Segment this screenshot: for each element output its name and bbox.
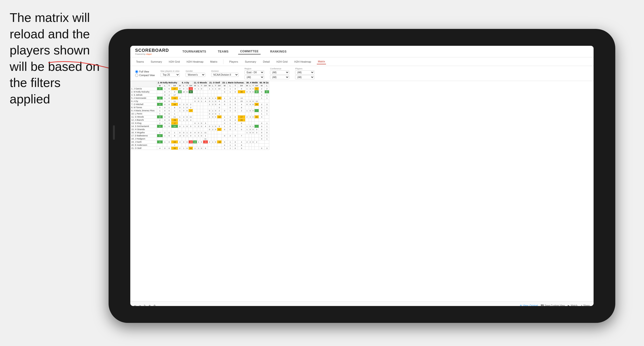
- tab-matrix[interactable]: Matrix: [209, 59, 218, 64]
- compact-view-option[interactable]: Compact View: [135, 74, 155, 77]
- table-row: 1. J Garcia 31027 301-11 410 11110 0106 …: [130, 87, 269, 90]
- tab-h2h-grid2[interactable]: H2H Grid: [276, 59, 288, 64]
- tablet-screen: SCOREBOARD Powered by clippd TOURNAMENTS…: [130, 46, 594, 306]
- col-sub-w2: W: [178, 84, 182, 87]
- compact-view-label: Compact View: [139, 74, 155, 77]
- player-name: 1. J Garcia: [130, 87, 157, 90]
- region-sub-select[interactable]: (All): [244, 75, 264, 79]
- col-sub-dif2: Dif: [188, 84, 193, 87]
- full-view-option[interactable]: Full View: [135, 70, 155, 73]
- col-sub-w7: W: [259, 84, 264, 87]
- player-name: 9. A Maria Jimenez Rios: [130, 109, 157, 112]
- col-sub-dif1: Dif: [171, 84, 178, 87]
- col-sub-dif5: Dif: [238, 84, 245, 87]
- table-row: 17. D Ballesteros 3106 -2010 1101 0207 0…: [130, 134, 269, 137]
- col-sub-w3: W: [193, 84, 197, 87]
- filters-bar: Full View Compact View Max players in vi…: [130, 66, 594, 81]
- table-row: 7. O Mitchell 30018 2202 120-4 0104 0402…: [130, 103, 269, 106]
- table-row: 5. A Nomrowski 310-11 -1 0010 01425 1001…: [130, 97, 269, 100]
- player-name: 13. N Klug: [130, 122, 157, 125]
- view-original-label: View: Original: [523, 304, 538, 306]
- bottom-toolbar: ↩ ↪ ↻ ⊕ ⚙ 👁 View: Original 💾 Save Custom…: [130, 301, 594, 306]
- top-navigation: SCOREBOARD Powered by clippd TOURNAMENTS…: [130, 46, 594, 57]
- player-name: 5. A Nomrowski: [130, 97, 157, 100]
- player-name: 6. A Dy: [130, 100, 157, 103]
- watch-icon: ▶: [568, 304, 570, 306]
- region-select[interactable]: East - DII: [244, 70, 264, 74]
- conference-sub-select[interactable]: (All): [270, 75, 289, 79]
- col-sub-l2: L: [182, 84, 186, 87]
- nav-committee[interactable]: COMMITTEE: [238, 49, 260, 54]
- matrix-table-area[interactable]: 2. M Kelly Mulcahy 6. A Dy 11. G Woods 2…: [130, 81, 594, 301]
- nav-tournaments[interactable]: TOURNAMENTS: [180, 49, 208, 54]
- max-players-select[interactable]: Top 25: [160, 73, 180, 77]
- table-row: 13. N Klug 201-2 0103 0108 01: [130, 122, 269, 125]
- share-button[interactable]: ↗ Share: [580, 304, 590, 306]
- watch-button[interactable]: ▶ Watch: [568, 304, 578, 306]
- matrix-data-table: 2. M Kelly Mulcahy 6. A Dy 11. G Woods 2…: [130, 81, 269, 150]
- eye-icon: 👁: [520, 304, 522, 306]
- tab-summary2[interactable]: Summary: [244, 59, 257, 64]
- max-players-filter: Max players in view Top 25: [160, 70, 180, 77]
- tablet-device: SCOREBOARD Powered by clippd TOURNAMENTS…: [108, 29, 615, 323]
- share-label: Share: [583, 304, 590, 306]
- save-custom-button[interactable]: 💾 Save Custom View: [541, 304, 565, 306]
- conference-select[interactable]: (All): [270, 70, 289, 74]
- watch-label: Watch: [571, 304, 578, 306]
- table-row: 3. S Jelinek 0217 01: [130, 93, 269, 97]
- tab-summary[interactable]: Summary: [150, 59, 163, 64]
- full-view-radio[interactable]: [135, 70, 138, 73]
- col-sub-t1: T: [167, 84, 171, 87]
- col-sub-l7: L: [264, 84, 269, 87]
- col-header-stoll: 21. O Stoll: [208, 81, 222, 84]
- save-custom-label: Save Custom View: [544, 304, 565, 306]
- table-row: 16. X Mcgaha 2101 0010 00111 1003 00: [130, 131, 269, 134]
- table-row: 15. H Stranda 02011 0010 1003 01: [130, 128, 269, 131]
- zoom-button[interactable]: ⊕: [149, 304, 150, 306]
- player-name: 8. M Torres: [130, 106, 157, 109]
- col-sub-w6: W: [245, 84, 249, 87]
- col-sub-l3: L: [197, 84, 200, 87]
- nav-rankings[interactable]: RANKINGS: [268, 49, 288, 54]
- player-name: 19. J Kanh: [130, 141, 157, 144]
- logo-subtitle: Powered by clippd: [135, 53, 169, 55]
- view-original-button[interactable]: 👁 View: Original: [520, 304, 538, 306]
- division-filter: Division NCAA Division II: [211, 70, 239, 77]
- col-header-woods: 11. G Woods: [193, 81, 208, 84]
- tab-h2h-heatmap2[interactable]: H2H Heatmap: [294, 59, 312, 64]
- table-row: 9. A Maria Jimenez Rios 1001 100-7 0102 …: [130, 109, 269, 112]
- table-row: 11. G Woods 100011 14011 10014 14017 240…: [130, 115, 269, 119]
- settings-button[interactable]: ⚙: [154, 304, 156, 306]
- col-header-za: 60. W Za: [259, 81, 269, 84]
- logo: SCOREBOARD Powered by clippd: [135, 48, 169, 55]
- tab-matrix2[interactable]: Matrix: [317, 59, 326, 64]
- tab-h2h-heatmap[interactable]: H2H Heatmap: [186, 59, 204, 64]
- col-sub-w5: W: [222, 84, 228, 87]
- division-label: Division: [211, 70, 239, 72]
- col-header-webb: 38. A Webb: [245, 81, 259, 84]
- compact-view-radio[interactable]: [135, 74, 138, 77]
- tab-teams[interactable]: Teams: [135, 59, 145, 64]
- table-row: 19. J Kanh 31019 400-20 1310-31 210-18 0…: [130, 141, 269, 144]
- tab-detail[interactable]: Detail: [262, 59, 271, 64]
- col-header-mulcahy: 2. M Kelly Mulcahy: [157, 81, 178, 84]
- view-options: Full View Compact View: [135, 70, 155, 77]
- table-row: 10. L Perini 1001 0201 11: [130, 112, 269, 115]
- players-sub-select[interactable]: (All): [295, 75, 314, 79]
- tab-players[interactable]: Players: [228, 59, 239, 64]
- player-name: 12. A Bianchi: [130, 119, 157, 122]
- redo-button[interactable]: ↪: [139, 304, 141, 306]
- player-name: 3. S Jelinek: [130, 93, 157, 97]
- logo-title: SCOREBOARD: [135, 48, 169, 53]
- refresh-button[interactable]: ↻: [144, 304, 146, 306]
- col-header-dy: 6. A Dy: [178, 81, 193, 84]
- gender-select[interactable]: Women's: [186, 73, 205, 77]
- players-select[interactable]: (All): [295, 70, 314, 74]
- tab-h2h-grid[interactable]: H2H Grid: [168, 59, 181, 64]
- undo-button[interactable]: ↩: [134, 304, 136, 306]
- region-filter: Region East - DII (All): [244, 67, 264, 79]
- nav-teams[interactable]: TEAMS: [216, 49, 231, 54]
- col-sub-t4: T: [214, 84, 217, 87]
- division-select[interactable]: NCAA Division II: [211, 73, 239, 77]
- save-icon: 💾: [541, 304, 544, 306]
